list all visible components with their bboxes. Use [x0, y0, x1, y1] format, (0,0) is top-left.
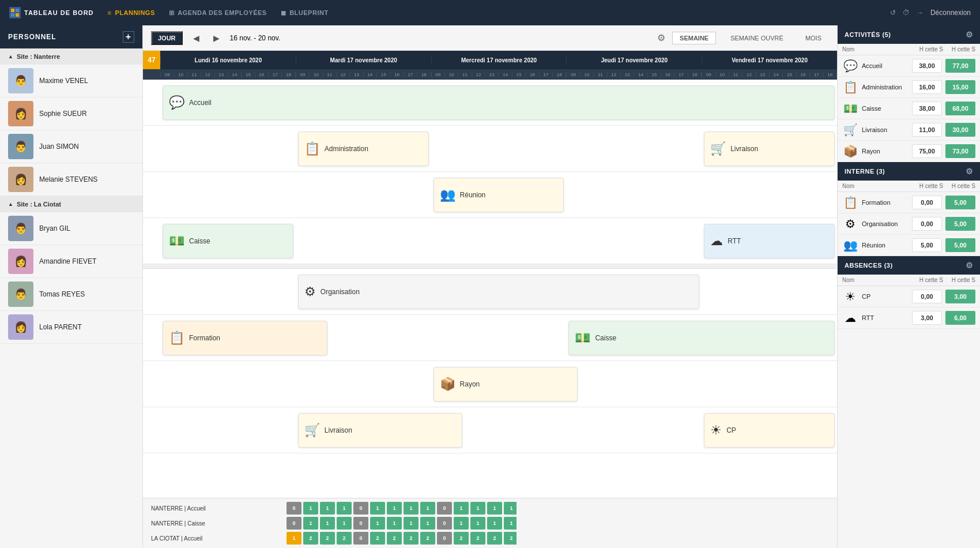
task-accueil-maxime[interactable]: 💬 Accueil	[163, 85, 835, 120]
stats-cell: 1	[404, 502, 419, 515]
date-range: 16 nov. - 20 nov.	[230, 34, 281, 42]
stats-label: NANTERRE | Caisse	[143, 520, 286, 527]
task-livraison-sophie[interactable]: 🛒 Livraison	[704, 132, 835, 166]
absences-col-headers: Nom H cette S H cette S	[838, 275, 980, 286]
task-rayon-tomas[interactable]: 📦 Rayon	[434, 367, 578, 401]
svg-rect-2	[11, 13, 14, 17]
nav-agenda-label: AGENDA DES EMPLOYÉES	[178, 9, 266, 16]
employee-amandine-fievet[interactable]: 👩 Amandine FIEVET	[0, 245, 142, 278]
planning-settings-icon[interactable]: ⚙	[657, 32, 665, 43]
avatar-sophie: 👩	[8, 101, 33, 126]
caisse-icon: 💵	[169, 234, 184, 249]
activites-col-headers: Nom H cette S H cette S	[838, 44, 980, 55]
col-h2: H cette S	[943, 46, 975, 52]
mois-view-button[interactable]: MOIS	[798, 32, 829, 44]
absence-cp: ☀ CP 0,00 3,00	[838, 286, 980, 307]
planning-row-juan: 👥 Réunion	[143, 172, 837, 218]
user-icon[interactable]: →	[917, 9, 924, 17]
formation-h2: 5,00	[945, 196, 975, 209]
stats-cell: 0	[437, 517, 452, 530]
planning-row-sophie: 📋 Administration 🛒 Livraison	[143, 126, 837, 172]
accueil-h1: 38,00	[912, 59, 942, 73]
rtt-panel-icon: ☁	[842, 311, 858, 325]
task-rtt-melanie[interactable]: ☁ RTT	[704, 224, 835, 258]
planning-row-maxime: 💬 Accueil	[143, 80, 837, 126]
stats-cell: 0	[437, 502, 452, 515]
clock-icon[interactable]: ⏱	[903, 9, 910, 17]
top-navigation: TABLEAU DE BORD ≡ PLANNINGS ⊞ AGENDA DES…	[0, 0, 980, 25]
employee-juan-simon[interactable]: 👨 Juan SIMON	[0, 130, 142, 163]
admin-h2: 15,00	[945, 80, 975, 94]
employee-melanie-stevens[interactable]: 👩 Melanie STEVENS	[0, 163, 142, 196]
avatar-bryan: 👨	[8, 216, 33, 241]
nav-agenda[interactable]: ⊞ AGENDA DES EMPLOYÉES	[169, 9, 267, 17]
rayon-icon: 📦	[440, 377, 455, 392]
day-wednesday: Mercredi 17 novembre 2020	[431, 56, 567, 65]
logo[interactable]: TABLEAU DE BORD	[9, 7, 94, 18]
employee-tomas-reyes[interactable]: 👨 Tomas REYES	[0, 278, 142, 311]
reunion-icon: 👥	[440, 187, 455, 202]
activites-settings-icon[interactable]: ⚙	[966, 30, 974, 39]
bottom-stats: NANTERRE | Accueil0111011110111101111011…	[143, 498, 837, 548]
rtt-h2: 6,00	[945, 311, 975, 325]
row-days-maxime: 💬 Accueil	[160, 80, 837, 125]
planning-row-bryan: ⚙ Organisation	[143, 269, 837, 315]
livraison2-icon: 🛒	[304, 423, 320, 438]
task-label: CP	[726, 426, 736, 434]
row-days-bryan: ⚙ Organisation	[160, 269, 837, 314]
task-formation-amandine[interactable]: 📋 Formation	[163, 321, 327, 355]
day-thursday: Jeudi 17 novembre 2020	[566, 56, 702, 65]
task-admin-sophie[interactable]: 📋 Administration	[298, 132, 429, 166]
next-week-button[interactable]: ▶	[210, 32, 223, 44]
add-personnel-button[interactable]: +	[123, 31, 134, 43]
interne-settings-icon[interactable]: ⚙	[966, 167, 974, 176]
caisse-panel-name: Caisse	[862, 105, 909, 112]
reunion-panel-icon: 👥	[842, 238, 858, 252]
employee-sophie-sueur[interactable]: 👩 Sophie SUEUR	[0, 97, 142, 130]
accueil-icon: 💬	[169, 95, 184, 110]
site-nanterre-label: Site : Nanterre	[0, 48, 142, 65]
caisse-panel-icon: 💵	[842, 102, 858, 115]
task-label: RTT	[728, 237, 741, 245]
interne-col-h2: H cette S	[943, 183, 975, 189]
task-reunion-juan[interactable]: 👥 Réunion	[434, 178, 564, 212]
task-caisse-melanie[interactable]: 💵 Caisse	[163, 224, 293, 258]
livraison-icon: 🛒	[710, 141, 726, 156]
task-label: Caisse	[189, 237, 210, 245]
task-cp-lola[interactable]: ☀ CP	[704, 413, 835, 448]
cp-h2: 3,00	[945, 290, 975, 303]
nav-blueprint[interactable]: ◼ BLUEPRINT	[281, 9, 329, 17]
employee-name: Melanie STEVENS	[39, 175, 97, 183]
deconnexion-button[interactable]: Déconnexion	[930, 9, 971, 17]
nav-plannings[interactable]: ≡ PLANNINGS	[108, 9, 155, 16]
prev-week-button[interactable]: ◀	[190, 32, 203, 44]
activite-caisse: 💵 Caisse 38,00 68,00	[838, 98, 980, 119]
logo-icon	[9, 7, 21, 18]
reunion-panel-name: Réunion	[862, 242, 909, 249]
task-caisse-amandine[interactable]: 💵 Caisse	[568, 321, 835, 355]
avatar-lola: 👩	[8, 314, 33, 340]
interne-col-nom: Nom	[842, 183, 911, 189]
stats-cells: 0111011110111101111011110111101111011110…	[286, 516, 517, 530]
task-label: Formation	[189, 334, 220, 342]
task-org-bryan[interactable]: ⚙ Organisation	[298, 275, 699, 309]
employee-maxime-venel[interactable]: 👨 Maxime VENEL	[0, 65, 142, 97]
employee-name: Maxime VENEL	[39, 77, 88, 85]
semaine-ouvre-view-button[interactable]: SEMAINE OUVRÉ	[723, 32, 791, 44]
stats-row-0: NANTERRE | Accueil0111011110111101111011…	[143, 501, 837, 516]
employee-bryan-gil[interactable]: 👨 Bryan GIL	[0, 212, 142, 245]
admin-panel-icon: 📋	[842, 80, 858, 94]
svg-rect-3	[16, 13, 19, 17]
planning-row-tomas: 📦 Rayon	[143, 361, 837, 407]
day-monday: Lundi 16 novembre 2020	[160, 56, 296, 65]
agenda-icon: ⊞	[169, 9, 175, 17]
semaine-view-button[interactable]: SEMAINE	[672, 32, 716, 44]
task-livraison-lola[interactable]: 🛒 Livraison	[298, 413, 463, 448]
refresh-icon[interactable]: ↺	[890, 9, 896, 17]
rtt-panel-name: RTT	[862, 314, 909, 321]
absences-settings-icon[interactable]: ⚙	[966, 261, 974, 270]
stats-cell: 1	[454, 502, 469, 515]
employee-lola-parent[interactable]: 👩 Lola PARENT	[0, 311, 142, 344]
jour-button[interactable]: JOUR	[151, 31, 183, 45]
row-days-amandine: 📋 Formation 💵 Caisse	[160, 315, 837, 361]
